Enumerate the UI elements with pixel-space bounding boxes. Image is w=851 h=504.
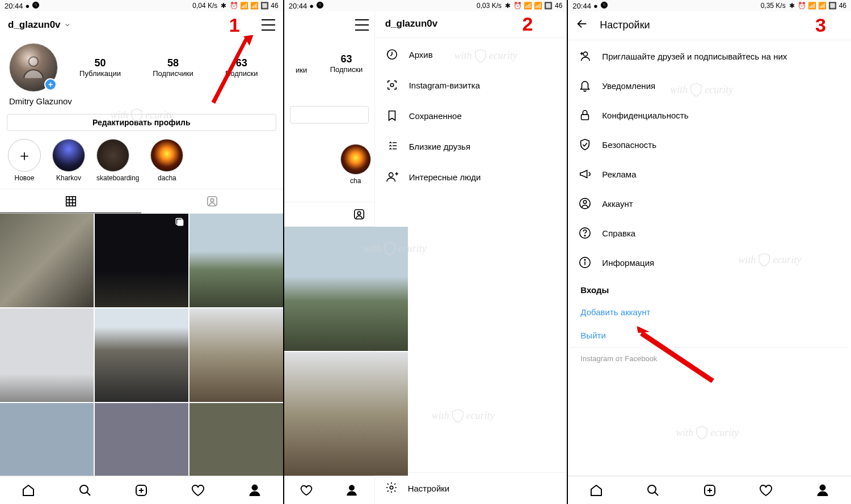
logins-section-label: Входы [570, 281, 849, 300]
signal-icon: 📶 [524, 2, 532, 10]
highlight-dacha[interactable]: dacha [150, 139, 183, 182]
profile-icon[interactable] [346, 484, 358, 497]
settings-privacy[interactable]: Конфиденциальность [570, 100, 849, 130]
gallery-cell-partial[interactable] [284, 352, 408, 476]
settings-notifications[interactable]: Уведомления [570, 71, 849, 100]
nav-home[interactable] [589, 484, 603, 497]
svg-text:S: S [603, 3, 605, 7]
chevron-down-icon [64, 22, 71, 28]
gallery-cell[interactable] [0, 214, 94, 307]
svg-text:S: S [35, 3, 37, 7]
gallery-cell[interactable] [95, 308, 188, 402]
menu-archive[interactable]: Архив [375, 39, 567, 70]
settings-about[interactable]: Информация [570, 248, 849, 277]
menu-settings[interactable]: Настройки [375, 472, 567, 504]
nav-activity[interactable] [759, 484, 773, 497]
bookmark-icon [385, 109, 399, 122]
tab-grid[interactable] [0, 189, 141, 213]
profile-stats: 50Публикации 58Подписчики 63Подписки [64, 57, 274, 78]
arrow-left-icon [576, 18, 588, 30]
nav-profile[interactable] [248, 484, 262, 497]
svg-rect-8 [208, 197, 217, 206]
username-dropdown[interactable]: d_glazun0v [8, 19, 71, 31]
close-friends-icon [385, 139, 399, 153]
profile-header: d_glazun0v 1 [0, 11, 283, 39]
settings-help[interactable]: Справка [570, 218, 849, 248]
chat-icon: ● [26, 2, 30, 10]
skype-icon: S [316, 1, 324, 11]
menu-close-friends[interactable]: Близкие друзья [375, 131, 567, 162]
nav-home[interactable] [22, 484, 35, 497]
stat-posts[interactable]: 50Публикации [79, 57, 121, 78]
tagged-icon[interactable] [353, 208, 365, 221]
heart-icon [759, 484, 773, 497]
menu-nametag[interactable]: Instagram-визитка [375, 70, 567, 100]
search-icon [78, 484, 92, 497]
settings-ads[interactable]: Реклама [570, 159, 849, 189]
svg-point-17 [252, 485, 258, 490]
highlight-dacha-partial[interactable]: cha [340, 144, 371, 185]
step-label-1: 1 [229, 14, 240, 36]
svg-point-24 [390, 83, 394, 87]
svg-line-13 [87, 492, 90, 495]
status-time: 20:44 [289, 2, 307, 10]
stat-following[interactable]: 63Подписки [330, 53, 363, 74]
nav-activity[interactable] [191, 484, 205, 497]
nav-search[interactable] [78, 484, 92, 497]
highlight-skate[interactable]: skateboarding [96, 139, 139, 182]
heart-icon[interactable] [300, 484, 313, 497]
status-bar: 20:44 ● S 0,04 K/s ✱ ⏰ 📶 📶 🔲 46 [0, 0, 283, 11]
avatar-container[interactable]: + [9, 43, 58, 92]
gallery-cell[interactable] [0, 308, 94, 402]
profile-tabs [0, 189, 283, 214]
svg-text:S: S [319, 3, 322, 7]
settings-invite[interactable]: Приглашайте друзей и подписывайтесь на н… [570, 41, 849, 71]
logout-link[interactable]: Выйти [570, 324, 849, 347]
edit-profile-button-partial[interactable] [290, 106, 369, 124]
add-account-link[interactable]: Добавить аккаунт [570, 300, 849, 324]
bell-icon [578, 79, 592, 92]
footer-branding: Instagram от Facebook [570, 347, 849, 370]
gallery-cell[interactable] [95, 403, 188, 476]
lock-icon [578, 108, 592, 122]
stat-following[interactable]: 63Подписки [225, 57, 258, 78]
gallery-cell[interactable] [189, 214, 283, 307]
gallery-cell[interactable] [189, 308, 283, 402]
stat-followers[interactable]: 58Подписчики [153, 57, 193, 78]
menu-saved[interactable]: Сохраненное [375, 100, 567, 131]
gallery-cell[interactable] [0, 403, 94, 476]
gallery-cell[interactable] [189, 403, 283, 476]
nav-search[interactable] [646, 484, 660, 497]
nav-add[interactable] [703, 484, 717, 497]
home-icon [589, 484, 603, 497]
nav-profile[interactable] [816, 484, 829, 497]
hamburger-menu-button[interactable] [355, 19, 369, 31]
status-bar: 20:44 ● S 0,35 K/s ✱ ⏰ 📶 📶 🔲 46 [568, 0, 851, 11]
tab-tagged[interactable] [141, 189, 283, 213]
hamburger-menu-button[interactable] [262, 19, 275, 31]
data-rate: 0,35 K/s [761, 2, 786, 10]
gallery-cell-partial[interactable] [284, 227, 408, 351]
settings-header: Настройки 3 [568, 11, 851, 39]
gallery-cell[interactable] [95, 214, 188, 307]
menu-discover[interactable]: Интересные люди [375, 162, 567, 192]
svg-point-42 [585, 235, 585, 236]
back-button[interactable] [576, 18, 588, 32]
edit-profile-button[interactable]: Редактировать профиль [7, 114, 276, 131]
bottom-nav [568, 476, 851, 504]
battery-icon: 🔲 [260, 2, 268, 10]
svg-point-12 [80, 485, 88, 493]
phone-screen-1: 20:44 ● S 0,04 K/s ✱ ⏰ 📶 📶 🔲 46 d_glazun… [0, 0, 284, 504]
highlight-kharkov[interactable]: Kharkov [52, 139, 85, 182]
settings-security[interactable]: Безопасность [570, 130, 849, 159]
svg-rect-3 [66, 196, 75, 206]
add-story-badge[interactable]: + [44, 78, 57, 91]
settings-account[interactable]: Аккаунт [570, 189, 849, 218]
highlight-new[interactable]: ＋Новое [8, 139, 41, 182]
svg-point-21 [357, 211, 361, 215]
battery-level: 46 [555, 2, 562, 10]
svg-point-45 [585, 260, 585, 260]
add-post-icon [134, 484, 148, 497]
nav-add[interactable] [134, 484, 148, 497]
svg-point-2 [29, 57, 39, 66]
